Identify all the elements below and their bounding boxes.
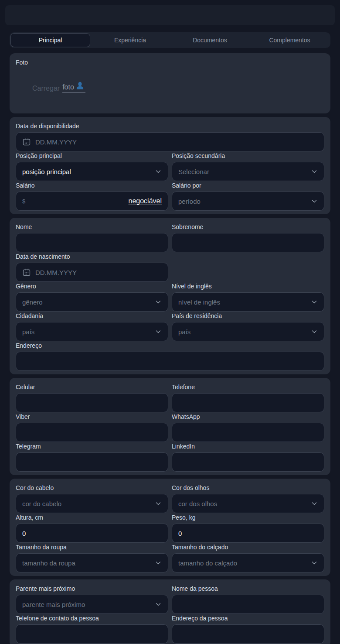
shoe-size-label: Tamanho do calçado (172, 544, 324, 551)
photo-upload-area: Carregar foto (32, 82, 324, 92)
height-field[interactable] (16, 524, 168, 543)
shoe-size-select[interactable]: tamanho do calçado (172, 553, 324, 572)
eye-color-label: Cor dos olhos (172, 484, 324, 491)
calendar-icon (22, 268, 31, 277)
address-input[interactable] (22, 358, 318, 365)
chevron-down-icon (311, 500, 318, 507)
viber-input[interactable] (22, 429, 162, 436)
upload-link-label: foto (62, 83, 74, 91)
last-name-label: Sobrenome (172, 223, 324, 230)
tab-documentos[interactable]: Documentos (170, 33, 250, 47)
secondary-position-select[interactable]: Selecionar (172, 162, 324, 181)
availability-date-field[interactable] (16, 132, 324, 151)
next-of-kin-section: Parente mais próximo parente mais próxim… (10, 579, 330, 644)
calendar-icon (22, 137, 31, 146)
residence-country-value: país (178, 328, 307, 336)
closest-relative-select[interactable]: parente mais próximo (16, 595, 168, 614)
first-name-input[interactable] (22, 239, 162, 247)
primary-position-label: Posição principal (16, 152, 168, 159)
hair-color-select[interactable]: cor do cabelo (16, 494, 168, 513)
linkedin-input[interactable] (178, 459, 318, 466)
last-name-field[interactable] (172, 233, 324, 252)
telegram-label: Telegram (16, 443, 168, 450)
profile-form: Principal Experiência Documentos Complem… (0, 32, 340, 644)
chevron-down-icon (155, 559, 162, 566)
tab-principal[interactable]: Principal (10, 33, 90, 47)
chevron-down-icon (311, 168, 318, 175)
shoe-size-value: tamanho do calçado (178, 559, 307, 567)
whatsapp-field[interactable] (172, 423, 324, 442)
citizenship-label: Cidadania (16, 312, 168, 319)
appearance-section: Cor do cabelo cor do cabelo Cor dos olho… (10, 479, 330, 576)
clothing-size-select[interactable]: tamanho da roupa (16, 553, 168, 572)
residence-country-select[interactable]: país (172, 322, 324, 341)
person-phone-label: Telefone de contato da pessoa (16, 615, 168, 622)
mobile-input[interactable] (22, 399, 162, 407)
tab-complementos[interactable]: Complementos (250, 33, 330, 47)
birthdate-input[interactable] (35, 269, 162, 276)
last-name-input[interactable] (178, 239, 318, 247)
primary-position-value: posição principal (22, 168, 151, 175)
citizenship-select[interactable]: país (16, 322, 168, 341)
negotiable-link[interactable]: negociável (129, 197, 162, 205)
person-address-input[interactable] (178, 630, 318, 638)
salary-per-label: Salário por (172, 182, 324, 189)
first-name-field[interactable] (16, 233, 168, 252)
availability-date-label: Data de disponibilidade (16, 123, 324, 130)
address-field[interactable] (16, 352, 324, 371)
first-name-label: Nome (16, 223, 168, 230)
weight-field[interactable] (172, 524, 324, 543)
salary-per-select[interactable]: período (172, 192, 324, 211)
height-label: Altura, cm (16, 514, 168, 521)
salary-input[interactable] (29, 198, 128, 205)
whatsapp-input[interactable] (178, 429, 318, 436)
person-name-input[interactable] (178, 601, 318, 608)
viber-field[interactable] (16, 423, 168, 442)
mobile-field[interactable] (16, 393, 168, 412)
weight-input[interactable] (178, 530, 318, 537)
chevron-down-icon (155, 298, 162, 305)
closest-relative-label: Parente mais próximo (16, 585, 168, 592)
personal-section: Nome Sobrenome Data de nascimento (10, 218, 330, 374)
tab-experiencia[interactable]: Experiência (90, 33, 170, 47)
height-input[interactable] (22, 530, 162, 537)
availability-date-input[interactable] (35, 138, 318, 146)
phone-field[interactable] (172, 393, 324, 412)
secondary-position-value: Selecionar (178, 168, 307, 175)
whatsapp-label: WhatsApp (172, 413, 324, 420)
viber-label: Viber (16, 413, 168, 420)
english-level-label: Nível de inglês (172, 283, 324, 290)
english-level-value: nível de inglês (178, 298, 307, 306)
chevron-down-icon (155, 168, 162, 175)
person-address-field[interactable] (172, 624, 324, 644)
eye-color-value: cor dos olhos (178, 500, 307, 507)
person-phone-field[interactable] (16, 624, 168, 644)
hair-color-value: cor do cabelo (22, 500, 151, 507)
phone-input[interactable] (178, 399, 318, 407)
upload-photo-link[interactable]: foto (62, 82, 85, 92)
telegram-field[interactable] (16, 452, 168, 472)
chevron-down-icon (155, 500, 162, 507)
english-level-select[interactable]: nível de inglês (172, 292, 324, 312)
person-name-field[interactable] (172, 595, 324, 614)
salary-field[interactable]: $ negociável (16, 192, 168, 211)
chevron-down-icon (311, 198, 318, 205)
person-name-label: Nome da pessoa (172, 585, 324, 592)
linkedin-field[interactable] (172, 452, 324, 472)
person-address-label: Endereço da pessoa (172, 615, 324, 622)
birthdate-label: Data de nascimento (16, 253, 168, 260)
chevron-down-icon (311, 298, 318, 305)
citizenship-value: país (22, 328, 151, 336)
eye-color-select[interactable]: cor dos olhos (172, 494, 324, 513)
gender-select[interactable]: gênero (16, 292, 168, 312)
currency-symbol: $ (22, 198, 25, 205)
primary-position-select[interactable]: posição principal (16, 162, 168, 181)
telegram-input[interactable] (22, 459, 162, 466)
birthdate-field[interactable] (16, 263, 168, 282)
salary-label: Salário (16, 182, 168, 189)
gender-label: Gênero (16, 283, 168, 290)
tab-bar: Principal Experiência Documentos Complem… (10, 32, 330, 48)
person-phone-input[interactable] (22, 630, 162, 638)
availability-section: Data de disponibilidade Posição principa… (10, 117, 330, 214)
chevron-down-icon (311, 328, 318, 335)
